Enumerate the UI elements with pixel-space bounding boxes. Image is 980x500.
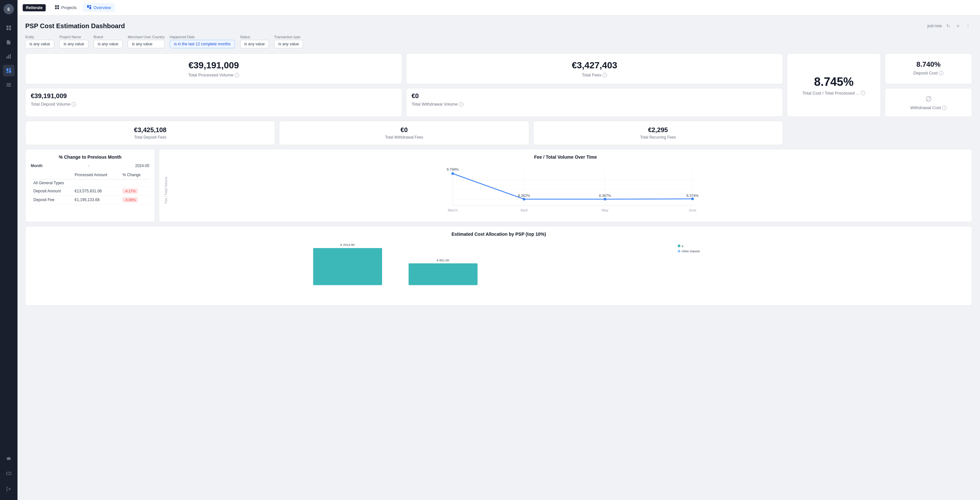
svg-rect-4 bbox=[6, 56, 8, 59]
filter-icon-button[interactable]: ≡ bbox=[955, 22, 961, 30]
svg-text:May: May bbox=[602, 208, 609, 212]
kpi-total-fees: €3,427,403 Total Fees i bbox=[406, 54, 783, 84]
table-row: Deposit Fee €1,195,133.68 -4.08% bbox=[31, 195, 150, 204]
svg-text:April: April bbox=[520, 208, 528, 212]
col-type bbox=[31, 171, 72, 179]
month-value: 2024-05 bbox=[135, 163, 150, 168]
filter-date-pill[interactable]: is in the last 12 complete months bbox=[170, 40, 235, 48]
kpi-withdrawal-cost: ∅ Withdrawal Cost i bbox=[885, 88, 972, 117]
row-name: Deposit Fee bbox=[31, 195, 72, 204]
col-amount: Processed Amount bbox=[72, 171, 120, 179]
sidebar-item-grid[interactable] bbox=[3, 22, 14, 34]
sidebar-item-chart[interactable] bbox=[3, 51, 14, 62]
line-chart-container: Fee / Total Volume bbox=[164, 163, 967, 217]
kpi-deposit-vol-label: Total Deposit Volume i bbox=[31, 102, 397, 106]
recurring-fees-label: Total Recurring Fees bbox=[539, 135, 778, 140]
svg-rect-5 bbox=[8, 55, 9, 59]
filter-transaction: Transaction type is any value bbox=[274, 35, 303, 48]
more-options-button[interactable]: ⋮ bbox=[964, 22, 972, 30]
filter-status: Status is any value bbox=[240, 35, 269, 48]
header-actions: just now ↻ ≡ ⋮ bbox=[928, 22, 972, 30]
svg-text:€ 851.0K: € 851.0K bbox=[437, 259, 450, 262]
kpi-total-recurring-fees: €2,295 Total Recurring Fees bbox=[533, 121, 783, 145]
filter-project-pill[interactable]: is any value bbox=[59, 40, 88, 48]
filter-brand-pill[interactable]: is any value bbox=[94, 40, 123, 48]
kpi-withdrawal-cost-value: ∅ bbox=[891, 95, 966, 103]
svg-text:June: June bbox=[689, 208, 697, 212]
info-icon-deposit[interactable]: i bbox=[939, 71, 943, 75]
filter-transaction-pill[interactable]: is any value bbox=[274, 40, 303, 48]
row-pct: -4.08% bbox=[120, 195, 150, 204]
svg-rect-13 bbox=[6, 86, 11, 86]
info-icon-cost[interactable]: i bbox=[861, 90, 865, 95]
svg-rect-21 bbox=[89, 5, 91, 6]
projects-nav-btn[interactable]: Projects bbox=[51, 3, 80, 12]
svg-point-36 bbox=[523, 198, 525, 200]
overview-label: Overview bbox=[93, 5, 111, 10]
sidebar-item-document[interactable] bbox=[3, 36, 14, 48]
row-amount: €1,195,133.68 bbox=[72, 195, 120, 204]
sidebar-item-list[interactable] bbox=[3, 79, 14, 90]
filter-status-pill[interactable]: is any value bbox=[240, 40, 269, 48]
kpi-total-cost-pct: 8.745% Total Cost / Total Processed ... … bbox=[787, 54, 881, 117]
svg-rect-19 bbox=[57, 8, 59, 9]
filter-brand: Brand is any value bbox=[94, 35, 123, 48]
chevron-right-icon[interactable]: › bbox=[88, 163, 89, 168]
svg-rect-16 bbox=[55, 5, 57, 7]
svg-rect-6 bbox=[10, 54, 11, 59]
info-icon[interactable]: i bbox=[235, 73, 239, 78]
overview-icon bbox=[87, 5, 91, 10]
kpi-deposit-cost-label: Deposit Cost i bbox=[891, 71, 966, 75]
svg-rect-20 bbox=[87, 5, 89, 8]
svg-text:8.374%: 8.374% bbox=[686, 194, 699, 198]
svg-point-47 bbox=[678, 244, 680, 247]
filters-bar: Entity is any value Project Name is any … bbox=[25, 35, 972, 48]
sidebar-item-api[interactable]: { } bbox=[3, 468, 14, 479]
filter-country-pill[interactable]: is any value bbox=[128, 40, 165, 48]
projects-label: Projects bbox=[61, 5, 76, 10]
recurring-fees-value: €2,295 bbox=[539, 126, 778, 134]
info-icon-dep-vol[interactable]: i bbox=[72, 102, 76, 106]
filter-entity-label: Entity bbox=[25, 35, 54, 39]
overview-nav-btn[interactable]: Overview bbox=[83, 3, 115, 12]
month-header: Month › 2024-05 bbox=[31, 163, 150, 168]
svg-point-35 bbox=[452, 172, 454, 175]
sidebar-item-dashboard[interactable] bbox=[3, 65, 14, 76]
topnav: Reiterate Projects Overview bbox=[18, 0, 980, 16]
bar-chart-title: Estimated Cost Allocation by PSP (top 10… bbox=[31, 232, 967, 237]
deposit-fees-value: €3,425,108 bbox=[31, 126, 270, 134]
kpi-total-fees-label: Total Fees i bbox=[413, 73, 776, 78]
svg-text:8.362%: 8.362% bbox=[518, 194, 530, 198]
filter-entity: Entity is any value bbox=[25, 35, 54, 48]
svg-rect-22 bbox=[89, 7, 91, 9]
line-chart-card: Fee / Total Volume Over Time Fee / Total… bbox=[159, 149, 972, 222]
svg-rect-11 bbox=[6, 83, 11, 84]
projects-icon bbox=[55, 5, 59, 10]
svg-rect-7 bbox=[6, 68, 8, 71]
filter-country-label: Merchant User Country bbox=[128, 35, 165, 39]
sub-kpi-row: €0 Total Withdrawal Volume i bbox=[406, 88, 783, 117]
col-pct: % Change bbox=[120, 171, 150, 179]
refresh-button[interactable]: ↻ bbox=[944, 22, 952, 30]
group-label: All General Types bbox=[31, 179, 150, 187]
svg-text:€ 2014.9K: € 2014.9K bbox=[340, 243, 355, 246]
logo: Reiterate bbox=[23, 4, 46, 11]
charts-row: % Change to Previous Month Month › 2024-… bbox=[25, 149, 972, 222]
filter-transaction-label: Transaction type bbox=[274, 35, 303, 39]
kpi-total-processed-value: €39,191,009 bbox=[32, 60, 395, 71]
info-icon-with-vol[interactable]: i bbox=[459, 102, 463, 106]
sidebar-item-logout[interactable] bbox=[3, 483, 14, 495]
svg-rect-9 bbox=[6, 72, 8, 73]
table-row: Deposit Amount €13,575,831.08 -4.17% bbox=[31, 187, 150, 195]
svg-point-49 bbox=[678, 250, 680, 252]
info-icon-fees[interactable]: i bbox=[603, 73, 607, 78]
svg-rect-3 bbox=[9, 28, 11, 30]
sidebar-item-settings[interactable] bbox=[3, 452, 14, 464]
info-icon-with-cost[interactable]: i bbox=[942, 106, 947, 110]
svg-point-38 bbox=[691, 198, 694, 200]
pct-change-card: % Change to Previous Month Month › 2024-… bbox=[25, 149, 155, 222]
kpi-deposit-cost-value: 8.740% bbox=[891, 60, 966, 69]
filter-entity-pill[interactable]: is any value bbox=[25, 40, 54, 48]
row-pct: -4.17% bbox=[120, 187, 150, 195]
svg-text:8.367%: 8.367% bbox=[599, 194, 611, 198]
